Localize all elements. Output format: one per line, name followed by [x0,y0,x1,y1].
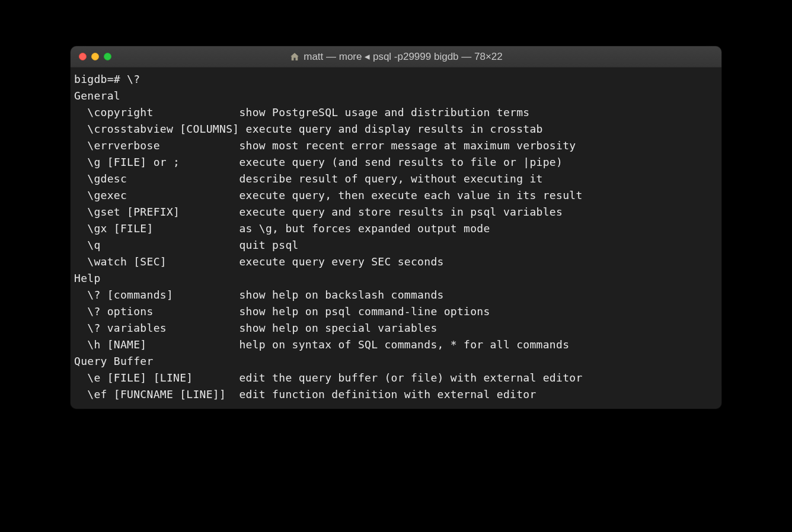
terminal-line: \gx [FILE] as \g, but forces expanded ou… [74,220,718,237]
terminal-line: \gset [PREFIX] execute query and store r… [74,204,718,220]
terminal-line: \gdesc describe result of query, without… [74,171,718,187]
terminal-line: \? [commands] show help on backslash com… [74,287,718,303]
terminal-line: \gexec execute query, then execute each … [74,187,718,204]
terminal-line: \crosstabview [COLUMNS] execute query an… [74,121,718,137]
terminal-window: matt — more ◂ psql -p29999 bigdb — 78×22… [71,46,721,409]
terminal-line: General [74,88,718,104]
minimize-button[interactable] [91,53,99,60]
terminal-line: \watch [SEC] execute query every SEC sec… [74,254,718,270]
terminal-line: \g [FILE] or ; execute query (and send r… [74,154,718,171]
maximize-button[interactable] [104,53,111,60]
terminal-line: Help [74,270,718,287]
terminal-line: \e [FILE] [LINE] edit the query buffer (… [74,370,718,386]
terminal-line: \copyright show PostgreSQL usage and dis… [74,104,718,121]
window-title-container: matt — more ◂ psql -p29999 bigdb — 78×22 [71,50,721,63]
window-title: matt — more ◂ psql -p29999 bigdb — 78×22 [304,50,503,63]
terminal-line: \ef [FUNCNAME [LINE]] edit function defi… [74,386,718,403]
terminal-content[interactable]: bigdb=# \? General \copyright show Postg… [71,68,721,409]
titlebar[interactable]: matt — more ◂ psql -p29999 bigdb — 78×22 [71,46,721,68]
traffic-lights [79,53,111,60]
terminal-line: \? options show help on psql command-lin… [74,303,718,320]
terminal-line: \errverbose show most recent error messa… [74,137,718,154]
terminal-line: \q quit psql [74,237,718,254]
terminal-line: bigdb=# \? [74,71,718,88]
terminal-line: Query Buffer [74,353,718,370]
home-icon [289,52,300,62]
terminal-line: \h [NAME] help on syntax of SQL commands… [74,336,718,353]
terminal-line: \? variables show help on special variab… [74,320,718,336]
close-button[interactable] [79,53,87,60]
